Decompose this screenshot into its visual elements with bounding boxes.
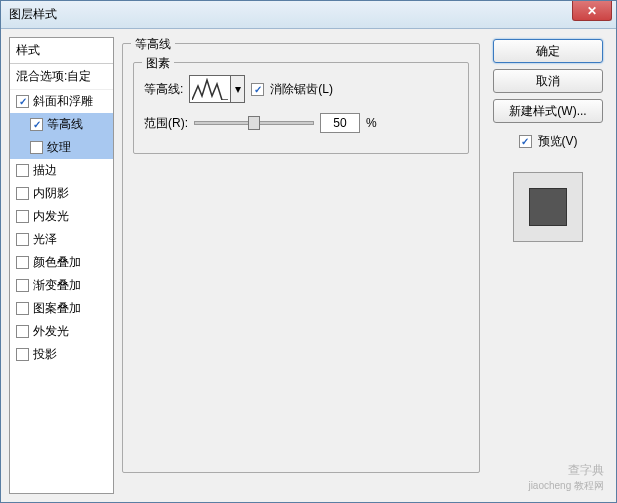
style-label: 颜色叠加 bbox=[33, 254, 81, 271]
style-checkbox[interactable] bbox=[30, 141, 43, 154]
window-title: 图层样式 bbox=[9, 6, 57, 23]
slider-thumb[interactable] bbox=[248, 116, 260, 130]
range-slider[interactable] bbox=[194, 121, 314, 125]
elements-group: 图素 等高线: ▾ bbox=[133, 62, 469, 154]
antialias-checkbox[interactable] bbox=[251, 83, 264, 96]
style-item-6[interactable]: 光泽 bbox=[10, 228, 113, 251]
ok-label: 确定 bbox=[536, 43, 560, 60]
contour-picker[interactable] bbox=[189, 75, 231, 103]
style-label: 描边 bbox=[33, 162, 57, 179]
contour-row: 等高线: ▾ 消除锯齿(L) bbox=[144, 75, 458, 103]
style-item-5[interactable]: 内发光 bbox=[10, 205, 113, 228]
preview-box bbox=[513, 172, 583, 242]
settings-panel: 等高线 图素 等高线: ▾ bbox=[122, 37, 480, 494]
style-checkbox[interactable] bbox=[16, 210, 29, 223]
titlebar: 图层样式 ✕ bbox=[1, 1, 616, 29]
group-title: 图素 bbox=[142, 55, 174, 72]
dialog-window: 图层样式 ✕ 样式 混合选项:自定 斜面和浮雕等高线纹理描边内阴影内发光光泽颜色… bbox=[0, 0, 617, 503]
blend-options-row[interactable]: 混合选项:自定 bbox=[10, 64, 113, 90]
range-label: 范围(R): bbox=[144, 115, 188, 132]
style-checkbox[interactable] bbox=[16, 279, 29, 292]
style-label: 光泽 bbox=[33, 231, 57, 248]
style-label: 等高线 bbox=[47, 116, 83, 133]
style-checkbox[interactable] bbox=[16, 233, 29, 246]
style-item-4[interactable]: 内阴影 bbox=[10, 182, 113, 205]
style-item-7[interactable]: 颜色叠加 bbox=[10, 251, 113, 274]
new-style-button[interactable]: 新建样式(W)... bbox=[493, 99, 603, 123]
style-label: 外发光 bbox=[33, 323, 69, 340]
style-item-0[interactable]: 斜面和浮雕 bbox=[10, 90, 113, 113]
style-label: 内发光 bbox=[33, 208, 69, 225]
preview-row: 预览(V) bbox=[519, 133, 578, 150]
contour-label: 等高线: bbox=[144, 81, 183, 98]
preview-label: 预览(V) bbox=[538, 133, 578, 150]
chevron-down-icon: ▾ bbox=[235, 82, 241, 96]
antialias-label: 消除锯齿(L) bbox=[270, 81, 333, 98]
style-label: 渐变叠加 bbox=[33, 277, 81, 294]
style-item-8[interactable]: 渐变叠加 bbox=[10, 274, 113, 297]
contour-section: 等高线 图素 等高线: ▾ bbox=[122, 43, 480, 473]
style-label: 图案叠加 bbox=[33, 300, 81, 317]
style-label: 纹理 bbox=[47, 139, 71, 156]
style-label: 投影 bbox=[33, 346, 57, 363]
style-item-1[interactable]: 等高线 bbox=[10, 113, 113, 136]
style-item-11[interactable]: 投影 bbox=[10, 343, 113, 366]
style-list: 斜面和浮雕等高线纹理描边内阴影内发光光泽颜色叠加渐变叠加图案叠加外发光投影 bbox=[10, 90, 113, 366]
range-input[interactable] bbox=[320, 113, 360, 133]
new-style-label: 新建样式(W)... bbox=[509, 103, 586, 120]
style-checkbox[interactable] bbox=[16, 256, 29, 269]
style-checkbox[interactable] bbox=[30, 118, 43, 131]
close-button[interactable]: ✕ bbox=[572, 1, 612, 21]
ok-button[interactable]: 确定 bbox=[493, 39, 603, 63]
section-title: 等高线 bbox=[131, 36, 175, 53]
range-row: 范围(R): % bbox=[144, 113, 458, 133]
style-label: 斜面和浮雕 bbox=[33, 93, 93, 110]
style-checkbox[interactable] bbox=[16, 164, 29, 177]
contour-dropdown-button[interactable]: ▾ bbox=[231, 75, 245, 103]
style-checkbox[interactable] bbox=[16, 325, 29, 338]
preview-swatch bbox=[529, 188, 567, 226]
content-area: 样式 混合选项:自定 斜面和浮雕等高线纹理描边内阴影内发光光泽颜色叠加渐变叠加图… bbox=[1, 29, 616, 502]
preview-checkbox[interactable] bbox=[519, 135, 532, 148]
contour-curve-icon bbox=[192, 78, 228, 100]
style-item-10[interactable]: 外发光 bbox=[10, 320, 113, 343]
cancel-label: 取消 bbox=[536, 73, 560, 90]
style-item-9[interactable]: 图案叠加 bbox=[10, 297, 113, 320]
style-item-3[interactable]: 描边 bbox=[10, 159, 113, 182]
style-checkbox[interactable] bbox=[16, 348, 29, 361]
styles-header[interactable]: 样式 bbox=[10, 38, 113, 64]
action-panel: 确定 取消 新建样式(W)... 预览(V) bbox=[488, 37, 608, 494]
cancel-button[interactable]: 取消 bbox=[493, 69, 603, 93]
close-icon: ✕ bbox=[587, 4, 597, 18]
styles-list-panel: 样式 混合选项:自定 斜面和浮雕等高线纹理描边内阴影内发光光泽颜色叠加渐变叠加图… bbox=[9, 37, 114, 494]
style-checkbox[interactable] bbox=[16, 187, 29, 200]
style-label: 内阴影 bbox=[33, 185, 69, 202]
style-checkbox[interactable] bbox=[16, 95, 29, 108]
style-item-2[interactable]: 纹理 bbox=[10, 136, 113, 159]
range-unit: % bbox=[366, 116, 377, 130]
style-checkbox[interactable] bbox=[16, 302, 29, 315]
